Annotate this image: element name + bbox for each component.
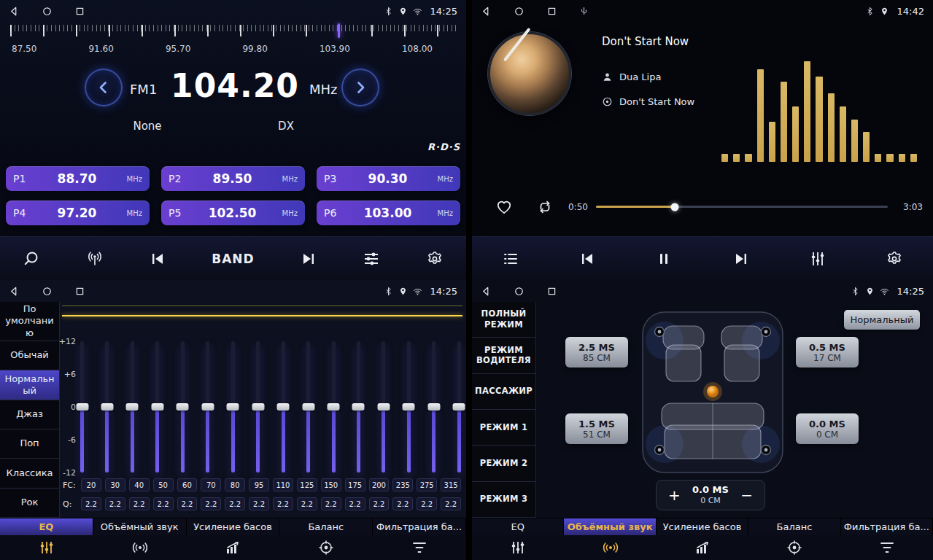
playlist-button[interactable] bbox=[498, 246, 524, 272]
eq-preset-item[interactable]: По умолчанию bbox=[0, 302, 59, 341]
increase-delay-button[interactable]: + bbox=[665, 488, 684, 502]
settings-button[interactable] bbox=[422, 246, 448, 272]
bass-boost-icon[interactable] bbox=[187, 535, 280, 560]
tab-eq[interactable]: EQ bbox=[0, 518, 93, 535]
tab-bass-boost[interactable]: Усиление басов bbox=[187, 518, 280, 535]
filter-icon[interactable] bbox=[841, 535, 933, 560]
eq-band-slider[interactable] bbox=[282, 341, 285, 472]
eq-band-slider[interactable] bbox=[382, 341, 385, 472]
decrease-delay-button[interactable]: − bbox=[738, 488, 756, 502]
next-track-button[interactable] bbox=[728, 246, 754, 272]
nav-recents-icon[interactable] bbox=[74, 6, 85, 17]
eq-preset-item[interactable]: Поп bbox=[0, 429, 59, 459]
eq-slider-handle[interactable] bbox=[377, 403, 390, 411]
nav-recents-icon[interactable] bbox=[546, 6, 557, 17]
radio-preset-p1[interactable]: P188.70MHz bbox=[6, 166, 150, 191]
previous-track-button[interactable] bbox=[574, 246, 600, 272]
pause-button[interactable] bbox=[651, 246, 677, 272]
eq-slider-handle[interactable] bbox=[151, 403, 163, 411]
radio-preset-p4[interactable]: P497.20MHz bbox=[6, 201, 150, 225]
delay-rear-right-button[interactable]: 0.0 MS 0 CM bbox=[796, 413, 859, 444]
eq-band-slider[interactable] bbox=[457, 341, 461, 472]
radio-preset-p3[interactable]: P390.30MHz bbox=[317, 166, 460, 191]
eq-band-slider[interactable] bbox=[357, 341, 360, 472]
nav-back-icon[interactable] bbox=[481, 6, 492, 17]
eq-slider-handle[interactable] bbox=[352, 403, 365, 411]
eq-icon[interactable] bbox=[0, 535, 93, 560]
eq-slider-handle[interactable] bbox=[76, 403, 88, 411]
progress-slider[interactable] bbox=[596, 206, 888, 208]
eq-slider-handle[interactable] bbox=[277, 403, 290, 411]
nav-home-icon[interactable] bbox=[514, 6, 524, 17]
eq-slider-handle[interactable] bbox=[252, 403, 264, 411]
eq-slider-handle[interactable] bbox=[177, 403, 189, 411]
nav-recents-icon[interactable] bbox=[74, 286, 85, 297]
radio-preset-p6[interactable]: P6103.00MHz bbox=[317, 201, 460, 225]
equalizer-button[interactable] bbox=[358, 246, 384, 272]
eq-slider-handle[interactable] bbox=[328, 403, 340, 411]
radio-preset-p5[interactable]: P5102.50MHz bbox=[161, 201, 305, 225]
surround-icon[interactable] bbox=[564, 535, 656, 560]
eq-band-slider[interactable] bbox=[256, 341, 260, 472]
nav-recents-icon[interactable] bbox=[546, 286, 557, 297]
bass-boost-icon[interactable] bbox=[657, 535, 748, 560]
eq-preset-item[interactable]: Рок bbox=[0, 489, 59, 518]
tab-surround[interactable]: Объёмный звук bbox=[93, 518, 187, 535]
eq-band-slider[interactable] bbox=[407, 341, 411, 472]
delay-rear-left-button[interactable]: 1.5 MS 51 CM bbox=[565, 413, 628, 444]
repeat-button[interactable] bbox=[535, 197, 555, 219]
field-mode-item[interactable]: ПАССАЖИР bbox=[472, 374, 535, 410]
eq-slider-handle[interactable] bbox=[126, 403, 139, 411]
eq-preset-item[interactable]: Классика bbox=[0, 459, 59, 488]
surround-icon[interactable] bbox=[93, 535, 187, 560]
nav-back-icon[interactable] bbox=[481, 286, 492, 297]
delay-front-right-button[interactable]: 0.5 MS 17 CM bbox=[796, 337, 859, 368]
eq-band-slider[interactable] bbox=[231, 341, 235, 472]
eq-band-slider[interactable] bbox=[105, 341, 109, 472]
eq-preset-item[interactable]: Нормальный bbox=[0, 370, 59, 400]
settings-button[interactable] bbox=[881, 246, 907, 272]
eq-preset-item[interactable]: Джаз bbox=[0, 400, 59, 429]
eq-slider-handle[interactable] bbox=[403, 403, 415, 411]
filter-icon[interactable] bbox=[373, 535, 466, 560]
tab-balance[interactable]: Баланс bbox=[279, 518, 373, 535]
eq-slider-handle[interactable] bbox=[201, 403, 214, 411]
field-mode-item[interactable]: РЕЖИМ 2 bbox=[472, 446, 535, 481]
eq-slider-handle[interactable] bbox=[227, 403, 239, 411]
eq-band-slider[interactable] bbox=[181, 341, 185, 472]
tab-filter[interactable]: Фильтрация ба... bbox=[841, 518, 933, 535]
tab-balance[interactable]: Баланс bbox=[748, 518, 840, 535]
field-mode-item[interactable]: ПОЛНЫЙ РЕЖИМ bbox=[472, 302, 535, 338]
eq-slider-handle[interactable] bbox=[302, 403, 314, 411]
field-mode-item[interactable]: РЕЖИМ 1 bbox=[472, 410, 535, 446]
nav-back-icon[interactable] bbox=[9, 286, 20, 297]
frequency-scale[interactable]: 87.50 91.60 95.70 99.80 103.90 108.00 bbox=[0, 23, 466, 58]
tuner-button[interactable] bbox=[82, 246, 108, 272]
eq-slider-handle[interactable] bbox=[427, 403, 440, 411]
eq-icon[interactable] bbox=[472, 535, 564, 560]
eq-band-slider[interactable] bbox=[131, 341, 134, 472]
tab-filter[interactable]: Фильтрация ба... bbox=[373, 518, 466, 535]
tab-bass-boost[interactable]: Усиление басов bbox=[657, 518, 748, 535]
tab-eq[interactable]: EQ bbox=[472, 518, 564, 535]
favorite-button[interactable] bbox=[494, 197, 514, 219]
eq-band-slider[interactable] bbox=[432, 341, 435, 472]
eq-band-slider[interactable] bbox=[332, 341, 336, 472]
delay-front-left-button[interactable]: 2.5 MS 85 CM bbox=[565, 337, 628, 368]
scan-button[interactable] bbox=[18, 246, 44, 272]
band-button[interactable]: BAND bbox=[207, 247, 258, 271]
mixer-button[interactable] bbox=[805, 246, 831, 272]
next-station-button[interactable] bbox=[295, 246, 322, 272]
eq-slider-handle[interactable] bbox=[453, 403, 465, 411]
tab-surround[interactable]: Объёмный звук bbox=[564, 518, 656, 535]
nav-home-icon[interactable] bbox=[42, 6, 53, 17]
field-mode-item[interactable]: РЕЖИМ ВОДИТЕЛЯ bbox=[472, 338, 535, 373]
radio-preset-p2[interactable]: P289.50MHz bbox=[161, 166, 305, 191]
tune-up-button[interactable] bbox=[341, 69, 379, 106]
eq-band-slider[interactable] bbox=[80, 341, 84, 472]
tune-down-button[interactable] bbox=[85, 69, 123, 106]
field-mode-item[interactable]: РЕЖИМ 3 bbox=[472, 482, 535, 518]
eq-preset-item[interactable]: Обычай bbox=[0, 341, 59, 370]
nav-home-icon[interactable] bbox=[42, 286, 53, 297]
balance-icon[interactable] bbox=[748, 535, 840, 560]
